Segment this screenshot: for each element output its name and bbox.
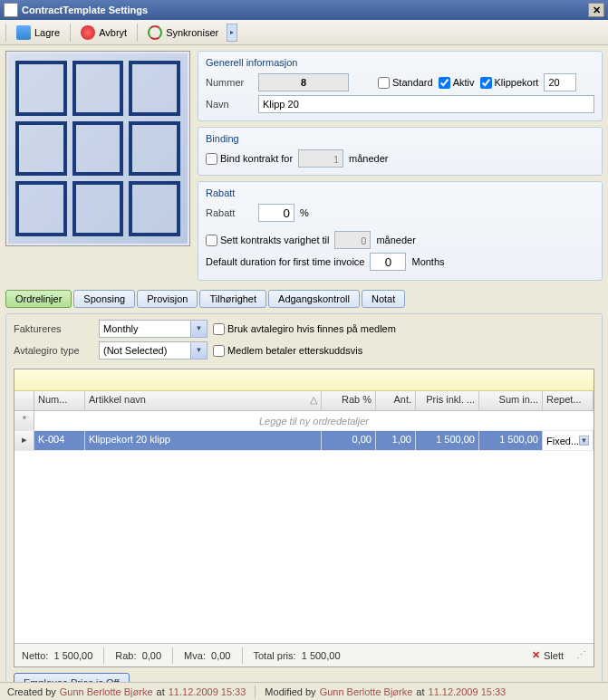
tab-notat[interactable]: Notat: [362, 290, 405, 308]
tab-provisjon[interactable]: Provisjon: [137, 290, 198, 308]
col-ant[interactable]: Ant.: [376, 391, 416, 410]
new-row[interactable]: * Legge til ny ordredetaljer: [14, 411, 594, 431]
klippekort-checkbox[interactable]: Klippekort: [480, 77, 539, 89]
chevron-down-icon: ▼: [190, 342, 207, 359]
general-group: Generell informasjon Nummer 8 Standard A…: [198, 51, 603, 121]
faktureres-combo[interactable]: Monthly▼: [99, 320, 207, 338]
template-image[interactable]: [5, 51, 190, 246]
modified-at: 11.12.2009 15:33: [429, 686, 507, 697]
bind-months-suffix: måneder: [349, 153, 388, 164]
general-title: Generell informasjon: [206, 57, 594, 68]
col-name[interactable]: Artikkel navn △: [85, 391, 322, 410]
titlebar: ContractTemplate Settings ✕: [0, 0, 608, 20]
number-field: 8: [258, 73, 349, 91]
col-sum[interactable]: Sum in...: [479, 391, 543, 410]
sync-button[interactable]: Synkroniser: [141, 23, 225, 43]
order-lines-grid: Num... Artikkel navn △ Rab % Ant. Pris i…: [14, 369, 594, 667]
avtalegiro-type-label: Avtalegiro type: [14, 345, 93, 356]
rabatt-group: Rabatt Rabatt % Sett kontrakts varighet …: [198, 181, 603, 281]
set-duration-value: 0: [334, 231, 371, 249]
rabatt-label: Rabatt: [206, 207, 253, 218]
toolbar: Lagre Avbryt Synkroniser ▸: [0, 20, 608, 45]
created-at: 11.12.2009 15:33: [169, 686, 246, 697]
col-num[interactable]: Num...: [34, 391, 85, 410]
binding-group: Binding Bind kontrakt for 1 måneder: [198, 127, 603, 176]
default-duration-suffix: Months: [411, 256, 444, 267]
chevron-down-icon: ▼: [190, 321, 207, 337]
name-label: Navn: [206, 99, 253, 110]
tab-tilhørighet[interactable]: Tilhørighet: [199, 290, 266, 308]
col-rab[interactable]: Rab %: [322, 391, 376, 410]
set-duration-checkbox[interactable]: Sett kontrakts varighet til: [206, 235, 329, 246]
delete-icon: ✕: [532, 649, 540, 661]
tab-adgangskontroll[interactable]: Adgangskontroll: [268, 290, 360, 308]
tab-ordrelinjer[interactable]: Ordrelinjer: [5, 290, 72, 308]
sync-icon: [148, 25, 162, 40]
faktureres-label: Faktureres: [14, 323, 93, 334]
bind-months: 1: [298, 149, 343, 168]
col-pris[interactable]: Pris inkl. ...: [416, 391, 479, 410]
rabatt-title: Rabatt: [206, 187, 594, 198]
avtalegiro-type-combo[interactable]: (Not Selected)▼: [99, 341, 207, 360]
use-avtalegiro-checkbox[interactable]: Bruk avtalegiro hvis finnes på medlem: [213, 323, 396, 335]
standard-checkbox[interactable]: Standard: [378, 77, 433, 89]
rabatt-suffix: %: [300, 207, 309, 218]
klippekort-value[interactable]: [544, 73, 576, 91]
grid-header: Num... Artikkel navn △ Rab % Ant. Pris i…: [14, 391, 594, 411]
table-row[interactable]: ▸ K-004 Klippekort 20 klipp 0,00 1,00 1 …: [14, 431, 594, 451]
window-icon: [4, 3, 18, 17]
default-duration-value[interactable]: [370, 253, 406, 271]
resize-grip[interactable]: ⋰: [576, 649, 586, 661]
created-by: Gunn Berlotte Bjørke: [60, 686, 153, 697]
window-title: ContractTemplate Settings: [22, 5, 588, 15]
cancel-button[interactable]: Avbryt: [74, 23, 133, 43]
default-duration-label: Default duration for first time invoice: [206, 256, 364, 267]
modified-by: Gunn Berlotte Bjørke: [320, 686, 413, 697]
tabstrip: OrdrelinjerSponsingProvisjonTilhørighetA…: [5, 290, 603, 308]
rabatt-value[interactable]: [258, 204, 294, 222]
binding-title: Binding: [206, 133, 594, 144]
delete-button[interactable]: ✕Slett: [532, 649, 564, 661]
col-rep[interactable]: Repet...: [543, 391, 594, 410]
statusbar: Created by Gunn Berlotte Bjørke at 11.12…: [0, 682, 608, 700]
repeat-combo[interactable]: Fixed...▼: [543, 431, 594, 450]
set-duration-suffix: måneder: [376, 235, 415, 245]
tab-sponsing[interactable]: Sponsing: [73, 290, 135, 308]
toolbar-overflow[interactable]: ▸: [227, 24, 237, 42]
grid-group-panel: [14, 369, 594, 391]
number-label: Nummer: [206, 77, 253, 88]
name-field[interactable]: [258, 95, 594, 113]
save-button[interactable]: Lagre: [10, 23, 66, 43]
bind-checkbox[interactable]: Bind kontrakt for: [206, 153, 293, 165]
ordrelinjer-panel: Faktureres Monthly▼ Bruk avtalegiro hvis…: [5, 313, 603, 699]
cancel-icon: [81, 25, 95, 40]
active-checkbox[interactable]: Aktiv: [439, 77, 475, 89]
close-button[interactable]: ✕: [588, 3, 604, 17]
grid-footer: Netto: 1 500,00 Rab: 0,00 Mva: 0,00 Tota…: [14, 643, 594, 666]
etterskudd-checkbox[interactable]: Medlem betaler etterskuddsvis: [213, 345, 362, 357]
save-icon: [16, 25, 31, 40]
